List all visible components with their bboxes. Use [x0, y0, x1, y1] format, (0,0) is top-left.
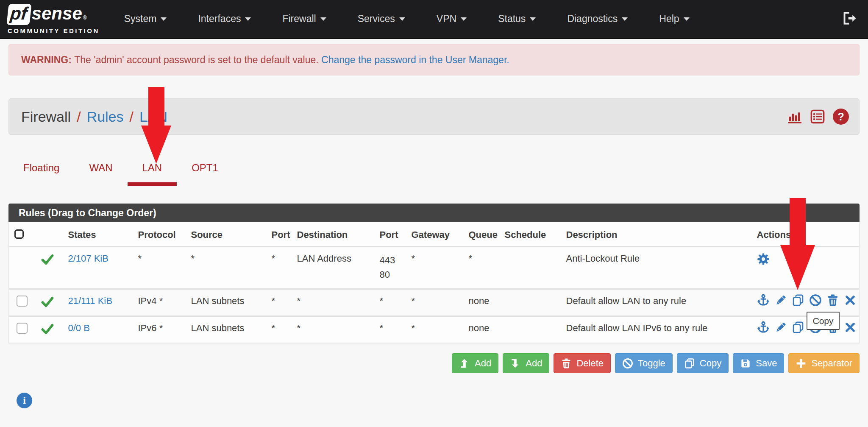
col-port2: Port [373, 222, 405, 247]
col-actions: Actions [751, 222, 860, 247]
col-port1: Port [265, 222, 291, 247]
col-protocol: Protocol [132, 222, 185, 247]
copy-tooltip: Copy [807, 312, 840, 330]
separator-button[interactable]: Separator [788, 353, 860, 373]
states-link[interactable]: 2/107 KiB [68, 253, 108, 264]
sign-out-icon[interactable] [842, 11, 856, 27]
change-password-link[interactable]: Change the password in the User Manager. [321, 54, 509, 66]
tab-opt1[interactable]: OPT1 [177, 162, 233, 186]
table-row[interactable]: 0/0 B IPv6 * LAN subnets * * * * none De… [9, 316, 860, 343]
plus-icon [796, 358, 807, 369]
toggle-button[interactable]: Toggle [615, 353, 673, 373]
breadcrumb-separator: / [77, 109, 81, 125]
col-queue: Queue [462, 222, 498, 247]
pass-check-icon [41, 296, 54, 308]
logo-subtitle: COMMUNITY EDITION [8, 28, 100, 34]
chevron-down-icon [530, 17, 536, 21]
copy-icon[interactable] [792, 294, 804, 309]
states-link[interactable]: 21/111 KiB [68, 296, 112, 306]
table-row[interactable]: 2/107 KiB * * * LAN Address 44380 * * An… [9, 247, 860, 289]
breadcrumb: Firewall / Rules / LAN [21, 109, 167, 125]
chevron-down-icon [161, 17, 167, 21]
tab-floating[interactable]: Floating [8, 162, 74, 186]
col-destination: Destination [291, 222, 373, 247]
breadcrumb-separator: / [130, 109, 134, 125]
logo-registered-mark: ® [83, 15, 87, 20]
menu-system[interactable]: System [124, 13, 167, 25]
logo-pf-mark: pf [6, 4, 31, 25]
chevron-down-icon [320, 17, 326, 21]
list-icon[interactable] [810, 109, 825, 124]
info-circle-icon[interactable]: i [17, 393, 32, 408]
breadcrumb-section: Firewall [21, 109, 71, 125]
menu-diagnostics[interactable]: Diagnostics [567, 13, 628, 25]
chevron-down-icon [399, 17, 405, 21]
close-icon[interactable] [844, 321, 857, 336]
chevron-down-icon [245, 17, 251, 21]
arrow-down-icon [510, 358, 521, 369]
table-header-row: States Protocol Source Port Destination … [9, 222, 860, 247]
interface-tabs: Floating WAN LAN OPT1 [8, 162, 233, 186]
warning-prefix: WARNING: [21, 54, 72, 66]
main-menu: System Interfaces Firewall Services VPN … [124, 13, 690, 25]
chevron-down-icon [684, 17, 690, 21]
pencil-icon[interactable] [774, 321, 787, 336]
chevron-down-icon [622, 17, 628, 21]
anchor-icon[interactable] [757, 321, 770, 336]
col-states: States [62, 222, 132, 247]
copy-button[interactable]: Copy [677, 353, 729, 373]
add-rule-bottom-button[interactable]: Add [503, 353, 549, 373]
menu-firewall[interactable]: Firewall [282, 13, 326, 25]
trash-icon[interactable] [826, 294, 839, 309]
pass-check-icon [41, 253, 54, 266]
warning-message: The 'admin' account password is set to t… [72, 54, 321, 66]
col-gateway: Gateway [405, 222, 462, 247]
bar-chart-icon[interactable] [787, 109, 802, 124]
top-navbar: pf sense ® COMMUNITY EDITION System Inte… [0, 0, 868, 39]
close-icon[interactable] [844, 294, 857, 309]
col-description: Description [560, 222, 751, 247]
anchor-icon[interactable] [757, 294, 770, 309]
col-source: Source [185, 222, 265, 247]
tab-lan[interactable]: LAN [128, 162, 177, 186]
password-warning-banner: WARNING: The 'admin' account password is… [8, 44, 860, 75]
save-button[interactable]: Save [733, 353, 784, 373]
add-rule-top-button[interactable]: Add [452, 353, 498, 373]
pfsense-logo[interactable]: pf sense ® COMMUNITY EDITION [8, 4, 100, 34]
ban-icon[interactable] [809, 294, 822, 309]
save-icon [740, 358, 751, 369]
menu-interfaces[interactable]: Interfaces [198, 13, 251, 25]
col-schedule: Schedule [498, 222, 560, 247]
states-link[interactable]: 0/0 B [68, 323, 90, 333]
table-row[interactable]: 21/111 KiB IPv4 * LAN subnets * * * * no… [9, 289, 860, 316]
menu-services[interactable]: Services [358, 13, 405, 25]
gear-icon[interactable] [757, 253, 770, 268]
pfsense-firewall-rules-page: pf sense ® COMMUNITY EDITION System Inte… [0, 0, 868, 427]
tab-wan[interactable]: WAN [74, 162, 127, 186]
breadcrumb-actions: ? [787, 109, 849, 125]
ban-icon [622, 358, 633, 369]
pass-check-icon [41, 323, 54, 335]
breadcrumb-parent-link[interactable]: Rules [87, 109, 124, 125]
menu-vpn[interactable]: VPN [437, 13, 467, 25]
help-icon[interactable]: ? [833, 109, 849, 125]
rules-table: States Protocol Source Port Destination … [8, 222, 860, 343]
chevron-down-icon [461, 17, 467, 21]
menu-help[interactable]: Help [659, 13, 689, 25]
pencil-icon[interactable] [774, 294, 787, 309]
delete-button[interactable]: Delete [554, 353, 611, 373]
select-all-checkbox[interactable] [14, 229, 24, 239]
panel-title: Rules (Drag to Change Order) [8, 204, 860, 222]
arrow-up-icon [459, 358, 470, 369]
breadcrumb-current: LAN [139, 109, 167, 125]
copy-icon[interactable] [792, 321, 804, 336]
logo-sense-text: sense [32, 5, 82, 22]
rule-action-buttons: Add Add Delete Toggle Copy Save Separato… [452, 353, 860, 373]
row-checkbox[interactable] [17, 323, 28, 334]
trash-icon [561, 358, 572, 369]
row-checkbox[interactable] [17, 296, 28, 307]
copy-icon [684, 358, 695, 369]
menu-status[interactable]: Status [498, 13, 536, 25]
breadcrumb-bar: Firewall / Rules / LAN ? [8, 98, 860, 135]
